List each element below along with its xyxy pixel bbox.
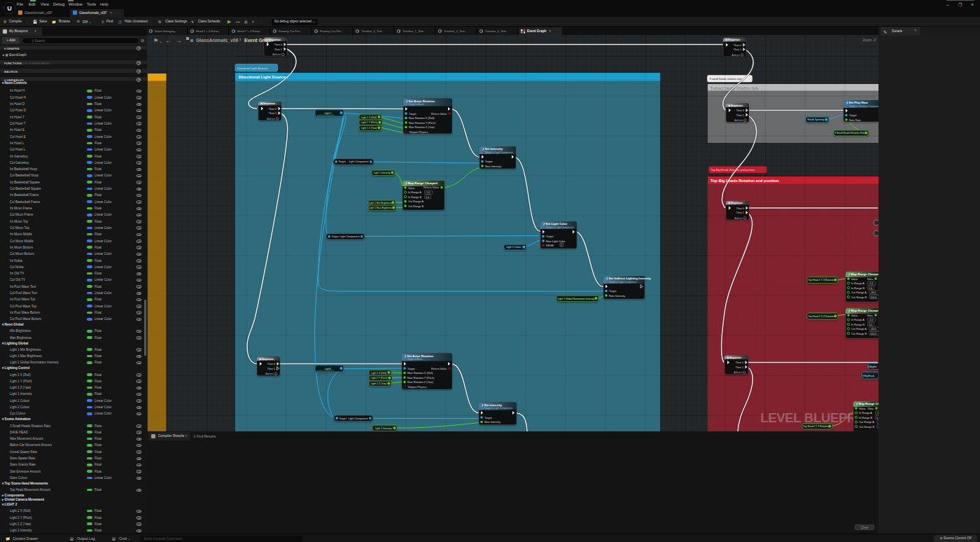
svg-text:1.0: 1.0 [869,287,872,290]
svg-text:New Rotation X (Roll): New Rotation X (Roll) [407,372,433,375]
svg-text:Target: Target [332,235,339,238]
svg-text:Add pin: Add pin [734,217,743,220]
svg-text:⧉ Sequence: ⧉ Sequence [727,356,742,359]
svg-text:In Range B: In Range B [851,287,864,290]
svg-text:Target is Actor: Target is Actor [407,358,423,361]
svg-text:In Range A: In Range A [859,412,872,415]
svg-text:Retu: Retu [867,278,873,281]
svg-text:⧉ Sequence: ⧉ Sequence [260,358,274,361]
svg-text:@BigHead_: @BigHead_ [862,375,875,377]
svg-text:New Intensity: New Intensity [485,165,501,168]
svg-text:Teleport Physics: Teleport Physics [407,386,427,389]
svg-text:Then 0: Then 0 [736,207,744,210]
svg-text:+: + [275,373,276,375]
svg-text:Value: Value [851,278,858,281]
svg-text:In Range B: In Range B [859,417,872,419]
svg-text:Retu: Retu [868,408,874,410]
svg-text:Value: Value [408,187,414,190]
svg-text:Target: Target [407,368,415,370]
svg-text:Add pin: Add pin [272,53,281,56]
svg-text:+: + [282,53,284,56]
svg-text:Add pin: Add pin [734,371,742,374]
svg-text:Value: Value [859,408,865,410]
svg-text:⧉ Sequence: ⧉ Sequence [261,102,276,105]
svg-text:New Intensity: New Intensity [609,295,625,298]
svg-text:Then 1: Then 1 [736,366,743,369]
svg-text:Light 1 Max Brightness: Light 1 Max Brightness [369,207,393,209]
svg-text:Out Range B: Out Range B [851,296,867,299]
svg-text:-40.0: -40.0 [870,328,876,331]
svg-text:Add pin: Add pin [265,373,274,375]
svg-text:Target: Target [546,235,554,238]
svg-text:ƒ Set Intensity: ƒ Set Intensity [482,147,503,151]
svg-text:Light 1 Y (Pitch): Light 1 Y (Pitch) [361,121,378,124]
svg-text:-40.0: -40.0 [870,291,876,294]
svg-text:Out Range A: Out Range A [851,328,867,331]
svg-text:Directional Light Sources: Directional Light Sources [237,67,267,70]
svg-text:Return Value: Return Value [431,113,447,116]
svg-text:Light 2 Intensity: Light 2 Intensity [375,427,392,430]
svg-text:Add pin: Add pin [267,118,275,120]
svg-text:✓: ✓ [561,243,563,246]
svg-text:Target is Light Component: Target is Light Component [609,281,637,284]
svg-text:Light Component: Light Component [349,160,368,163]
svg-text:Out Range A: Out Range A [851,291,867,294]
svg-text:Return Value: Return Value [424,186,439,189]
svg-text:Add pin: Add pin [734,119,743,122]
svg-text:1.0: 1.0 [869,324,872,326]
svg-text:Light Component: Light Component [348,417,368,420]
svg-text:In Range A: In Range A [851,282,864,285]
svg-text:⧉ Sequence: ⧉ Sequence [729,104,743,107]
svg-text:Light 1 Min Brightness: Light 1 Min Brightness [369,202,393,204]
svg-text:1.0: 1.0 [426,196,429,199]
svg-text:New Rotation X (Roll): New Rotation X (Roll) [409,117,435,120]
svg-text:Light 1 Global Illumination In: Light 1 Global Illumination Intensity [558,298,595,300]
svg-text:+: + [743,371,745,374]
svg-text:ƒ Map Range Clamped: ƒ Map Range Clamped [405,181,438,185]
svg-text:New Rotation Y (Pitch): New Rotation Y (Pitch) [409,122,436,125]
svg-text:Target is Light Component: Target is Light Component [484,407,512,410]
svg-text:Light 2 X (Roll): Light 2 X (Roll) [371,372,386,375]
svg-text:Target is Timeline Component: Target is Timeline Component [849,105,878,108]
svg-text:Light 1 X (Roll): Light 1 X (Roll) [361,116,377,119]
svg-text:SRGB: SRGB [546,244,554,247]
svg-text:Top Head 1 Y 4 Rotation: Top Head 1 Y 4 Rotation [808,279,834,282]
svg-text:@BigHe: @BigHe [868,366,877,368]
svg-text:Light 2 Y (Pitch): Light 2 Y (Pitch) [371,377,388,380]
svg-text:Then 0: Then 0 [734,44,741,47]
svg-text:+: + [276,118,278,120]
svg-text:Then 1: Then 1 [269,112,276,115]
svg-text:Out Range A: Out Range A [408,200,424,203]
svg-text:Return Value: Return Value [431,368,447,370]
svg-text:Out Range A: Out Range A [859,421,874,424]
svg-text:Target: Target [484,417,492,419]
svg-text:Heads Spinning: Heads Spinning [808,118,825,121]
svg-text:New Intensity: New Intensity [484,421,500,424]
svg-text:+: + [744,119,746,122]
svg-text:Then 0: Then 0 [736,109,744,112]
svg-text:100.0: 100.0 [870,333,876,335]
svg-text:Then 0: Then 0 [267,363,275,366]
svg-text:+: + [741,54,743,57]
svg-text:Out Range B: Out Range B [851,333,867,335]
svg-text:Then 0: Then 0 [274,43,282,46]
svg-text:+: + [744,217,746,220]
svg-text:Light 1 Intensity: Light 1 Intensity [374,172,391,174]
svg-text:New Rotation Z (Yaw): New Rotation Z (Yaw) [409,126,435,129]
svg-text:ƒ Set Play Rate: ƒ Set Play Rate [846,101,868,104]
svg-text:Top Big Heads Rotation and pos: Top Big Heads Rotation and position [711,168,755,172]
svg-text:Then 0: Then 0 [269,108,276,111]
svg-text:-1.0: -1.0 [426,191,430,194]
svg-text:Target is Light Component: Target is Light Component [485,151,513,154]
svg-text:ƒ Map Range Clamped: ƒ Map Range Clamped [848,272,878,276]
svg-text:ƒ Set Actor Rotation: ƒ Set Actor Rotation [405,354,434,358]
svg-text:Add pin: Add pin [732,54,740,57]
svg-text:Target: Target [485,160,493,163]
svg-text:ƒ Map Range Clamped: ƒ Map Range Clamped [856,402,878,405]
svg-text:Retu: Retu [867,314,873,317]
svg-text:Then 1: Then 1 [734,48,741,51]
svg-text:ƒ Set Actor Rotation: ƒ Set Actor Rotation [406,99,435,103]
svg-text:Top Head 2 Y 3 Rotation: Top Head 2 Y 3 Rotation [803,425,829,428]
svg-text:Target: Target [849,114,857,117]
svg-text:Top Head 1 P 4 Rotation: Top Head 1 P 4 Rotation [808,315,834,318]
